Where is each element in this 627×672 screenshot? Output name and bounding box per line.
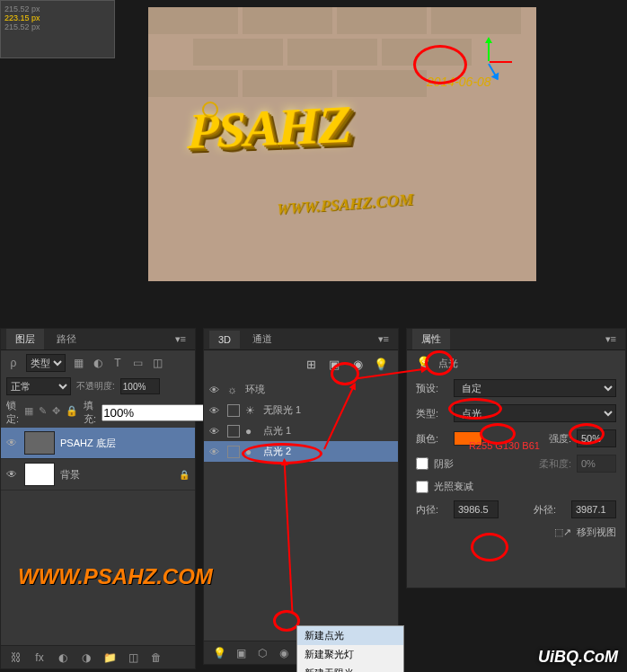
- filter-smart-icon[interactable]: ◫: [150, 356, 164, 370]
- filter-scene-icon[interactable]: ⊞: [303, 356, 319, 372]
- lock-all-icon[interactable]: 🔒: [66, 405, 78, 420]
- eye-icon[interactable]: 👁: [209, 447, 222, 457]
- 3d-item-point-light[interactable]: 👁 ● 点光 1: [204, 420, 398, 441]
- environment-icon: ☼: [227, 384, 240, 396]
- filter-shape-icon[interactable]: ▭: [130, 356, 145, 370]
- lock-pixel-icon[interactable]: ✎: [39, 405, 47, 420]
- new-light-button[interactable]: 💡: [211, 645, 227, 661]
- intensity-label: 强度:: [549, 432, 571, 446]
- layer-thumbnail[interactable]: [24, 431, 55, 455]
- group-icon[interactable]: 📁: [102, 650, 118, 666]
- light-type-icon: 💡: [416, 356, 431, 370]
- panel-menu-icon[interactable]: ▾≡: [172, 333, 190, 345]
- new-layer-icon[interactable]: ◫: [125, 650, 141, 666]
- tab-3d[interactable]: 3D: [209, 331, 240, 349]
- 3d-item-point-light-2[interactable]: 👁 ● 点光 2: [204, 441, 398, 462]
- shadow-checkbox[interactable]: [416, 457, 428, 470]
- filter-icon[interactable]: ρ: [6, 356, 21, 370]
- layer-row[interactable]: 👁 PSAHZ 底层: [1, 428, 195, 459]
- square-icon: [227, 425, 240, 438]
- 3d-panel: 3D 通道 ▾≡ ⊞ ▣ ◉ 💡 👁 ☼ 环境 👁 ☀ 无限光 1 👁 ● 点光…: [203, 328, 399, 665]
- gizmo-z-axis[interactable]: [488, 64, 499, 80]
- softness-label: 柔和度:: [539, 457, 571, 471]
- watermark-uibq: UiBQ.CoM: [538, 648, 618, 667]
- watermark-psahz: WWW.PSAHZ.COM: [18, 564, 213, 589]
- 3d-move-gizmo[interactable]: [463, 39, 517, 93]
- render-icon[interactable]: ▣: [233, 645, 249, 661]
- shadow-row: 阴影 柔和度:: [407, 451, 625, 476]
- 3d-item-infinite-light[interactable]: 👁 ☀ 无限光 1: [204, 400, 398, 420]
- tab-channels[interactable]: 通道: [243, 329, 281, 349]
- eye-icon[interactable]: 👁: [6, 437, 19, 449]
- layer-row[interactable]: 👁 背景 🔒: [1, 459, 195, 491]
- mask-icon[interactable]: ◐: [55, 650, 71, 666]
- falloff-label: 光照衰减: [434, 480, 473, 493]
- menu-new-infinite-light[interactable]: 新建无限光: [297, 664, 403, 672]
- gizmo-y-axis[interactable]: [488, 39, 490, 61]
- filter-light-icon[interactable]: 💡: [373, 356, 389, 372]
- lock-position-icon[interactable]: ✥: [52, 405, 60, 420]
- filter-material-icon[interactable]: ◉: [349, 356, 366, 372]
- type-row: 类型: 点光: [407, 401, 625, 426]
- link-icon[interactable]: ⛓: [8, 650, 24, 666]
- point-light-icon: ●: [245, 446, 258, 458]
- panel-menu-icon[interactable]: ▾≡: [375, 333, 393, 345]
- layer-filter-row: ρ 类型 ▦ ◐ T ▭ ◫: [1, 350, 195, 376]
- new-light-menu: 新建点光 新建聚光灯 新建无限光: [296, 625, 404, 672]
- lock-icon: 🔒: [179, 470, 190, 480]
- eye-icon[interactable]: 👁: [209, 385, 222, 395]
- mesh-icon[interactable]: ⬡: [254, 645, 270, 661]
- top-info-box: 215.52 px 223.15 px 215.52 px: [0, 0, 115, 58]
- filter-adjust-icon[interactable]: ◐: [91, 356, 105, 370]
- eye-icon[interactable]: 👁: [209, 426, 222, 437]
- panel-menu-icon[interactable]: ▾≡: [602, 333, 620, 345]
- shadow-label: 阴影: [434, 457, 454, 471]
- fx-icon[interactable]: fx: [31, 650, 48, 666]
- blend-mode-row: 正常 不透明度:: [1, 376, 195, 397]
- square-icon: [227, 446, 240, 458]
- eye-icon[interactable]: 👁: [6, 468, 19, 481]
- 3d-items-list: 👁 ☼ 环境 👁 ☀ 无限光 1 👁 ● 点光 1 👁 ● 点光 2: [204, 377, 398, 464]
- tab-properties[interactable]: 属性: [412, 329, 450, 349]
- filter-mesh-icon[interactable]: ▣: [326, 356, 342, 372]
- material-icon[interactable]: ◉: [276, 645, 292, 661]
- preset-select[interactable]: 自定: [454, 379, 616, 397]
- move-to-view-label[interactable]: 移到视图: [577, 526, 616, 539]
- tab-paths[interactable]: 路径: [48, 329, 85, 349]
- move-to-view-icon[interactable]: ⬚↗: [554, 526, 571, 538]
- opacity-input[interactable]: [120, 378, 160, 394]
- layer-thumbnail[interactable]: [24, 463, 55, 486]
- menu-new-spot-light[interactable]: 新建聚光灯: [297, 645, 403, 664]
- trash-icon[interactable]: 🗑: [148, 650, 164, 666]
- light-widget-icon[interactable]: [202, 102, 218, 118]
- 3d-item-label: 无限光 1: [263, 403, 301, 417]
- layer-name: PSAHZ 底层: [60, 437, 116, 450]
- filter-pixel-icon[interactable]: ▦: [71, 356, 85, 370]
- radius-row: 内径: 外径:: [407, 497, 625, 522]
- type-select[interactable]: 点光: [454, 404, 616, 422]
- 3d-item-label: 点光 1: [263, 424, 291, 438]
- 3d-url-text: WWW.PSAHZ.COM: [276, 191, 414, 218]
- properties-tabs: 属性 ▾≡: [407, 329, 625, 350]
- preset-row: 预设: 自定: [407, 376, 625, 401]
- outer-label: 外径:: [534, 503, 566, 517]
- 3d-viewport[interactable]: 2014-06-08 PSAHZ WWW.PSAHZ.COM: [148, 7, 536, 281]
- adjust-icon[interactable]: ◑: [78, 650, 94, 666]
- menu-new-point-light[interactable]: 新建点光: [297, 626, 403, 645]
- outer-radius-input: [571, 500, 616, 518]
- 3d-filter-toolbar: ⊞ ▣ ◉ 💡: [204, 350, 398, 377]
- gizmo-x-axis[interactable]: [490, 61, 512, 63]
- lock-transparent-icon[interactable]: ▦: [24, 405, 33, 420]
- properties-title: 点光: [438, 357, 458, 370]
- blend-mode-select[interactable]: 正常: [6, 377, 71, 395]
- 3d-item-environment[interactable]: 👁 ☼ 环境: [204, 379, 398, 400]
- opacity-label: 不透明度:: [76, 380, 115, 393]
- type-label: 类型:: [416, 407, 448, 420]
- px-value-2: 215.52 px: [4, 22, 40, 31]
- filter-text-icon[interactable]: T: [110, 356, 125, 370]
- intensity-input[interactable]: [577, 429, 616, 447]
- eye-icon[interactable]: 👁: [209, 405, 222, 416]
- falloff-checkbox[interactable]: [416, 481, 428, 493]
- tab-layers[interactable]: 图层: [6, 329, 44, 349]
- filter-type-select[interactable]: 类型: [26, 354, 66, 372]
